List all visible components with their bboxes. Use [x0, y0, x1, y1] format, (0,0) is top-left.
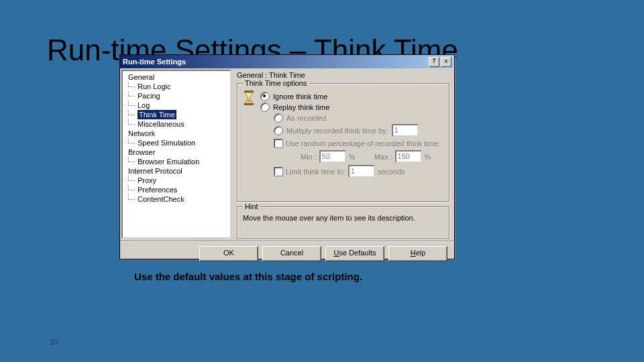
tree-proxy[interactable]: Proxy: [123, 176, 230, 185]
radio-icon: [274, 126, 283, 135]
radio-label: Replay think time: [273, 103, 329, 111]
close-icon[interactable]: ✕: [441, 57, 451, 67]
hint-group: Hint Move the mouse over any item to see…: [237, 206, 450, 240]
multiply-field[interactable]: 1: [392, 124, 419, 137]
radio-label: As recorded: [286, 114, 326, 122]
radio-as-recorded[interactable]: As recorded: [274, 113, 444, 123]
tree-network[interactable]: Network: [123, 129, 230, 138]
tree-log[interactable]: Log: [123, 101, 230, 110]
svg-rect-1: [244, 103, 254, 105]
radio-label: Multiply recorded think time by:: [286, 127, 388, 135]
radio-ignore-think-time[interactable]: Ignore think time: [260, 92, 444, 101]
radio-icon: [260, 103, 270, 112]
tree-content-check[interactable]: ContentCheck: [123, 194, 230, 204]
limit-field[interactable]: 1: [348, 165, 375, 178]
help-icon[interactable]: ?: [429, 57, 439, 67]
tree-think-time[interactable]: Think Time: [123, 110, 230, 119]
tree-browser-emulation[interactable]: Browser Emulation: [123, 157, 230, 166]
pct-label: %: [425, 153, 431, 161]
runtime-settings-dialog: Run-time Settings ? ✕ General Run Logic …: [119, 54, 455, 259]
settings-panel: General : Think Time Think Time options …: [233, 68, 454, 240]
groupbox-title: Think Time options: [243, 79, 309, 87]
min-label: Min :: [301, 153, 317, 161]
cancel-button[interactable]: Cancel: [262, 246, 321, 261]
ok-button[interactable]: OK: [199, 246, 258, 261]
chk-use-random[interactable]: Use random percentage of recorded think …: [274, 139, 444, 148]
dialog-button-row: OK Cancel Use Defaults Help: [120, 241, 454, 261]
checkbox-icon: [274, 139, 283, 148]
tree-run-logic[interactable]: Run Logic: [123, 82, 230, 91]
tree-browser[interactable]: Browser: [123, 147, 230, 157]
tree-miscellaneous[interactable]: Miscellaneous: [123, 119, 230, 129]
slide-number: 20: [50, 338, 58, 346]
chk-limit[interactable]: Limit think time to: 1 seconds: [274, 165, 444, 178]
svg-rect-0: [244, 90, 254, 93]
tree-speed-simulation[interactable]: Speed Simulation: [123, 138, 230, 147]
panel-title: General : Think Time: [237, 71, 450, 79]
max-label: Max :: [374, 153, 392, 161]
radio-icon: [260, 92, 270, 101]
radio-replay-think-time[interactable]: Replay think time: [260, 103, 444, 112]
pct-label: %: [349, 153, 356, 161]
radio-multiply[interactable]: Multiply recorded think time by: 1: [274, 124, 444, 137]
dialog-title: Run-time Settings: [123, 58, 186, 66]
think-time-options-group: Think Time options Ignore think time Rep…: [237, 83, 450, 202]
titlebar[interactable]: Run-time Settings ? ✕: [120, 55, 454, 68]
checkbox-label: Limit think time to:: [286, 168, 345, 176]
hint-title: Hint: [243, 202, 260, 210]
tree-preferences[interactable]: Preferences: [123, 185, 230, 194]
seconds-label: seconds: [378, 168, 405, 176]
tree-pacing[interactable]: Pacing: [123, 91, 230, 101]
tree-general[interactable]: General: [123, 72, 230, 82]
settings-tree[interactable]: General Run Logic Pacing Log Think Time …: [121, 70, 231, 239]
radio-label: Ignore think time: [273, 93, 327, 101]
max-field[interactable]: 150: [395, 150, 422, 163]
use-defaults-button[interactable]: Use Defaults: [325, 246, 384, 261]
min-field[interactable]: 50: [319, 150, 346, 163]
tree-internet-protocol[interactable]: Internet Protocol: [123, 166, 230, 176]
hint-text: Move the mouse over any item to see its …: [243, 214, 415, 222]
help-button[interactable]: Help: [388, 246, 447, 261]
checkbox-icon: [274, 167, 283, 176]
random-range-row: Min : 50 % Max : 150 %: [301, 150, 444, 163]
slide-caption: Use the default values at this stage of …: [134, 271, 362, 282]
hourglass-icon: [243, 90, 255, 105]
checkbox-label: Use random percentage of recorded think …: [286, 139, 440, 147]
radio-icon: [274, 113, 283, 123]
